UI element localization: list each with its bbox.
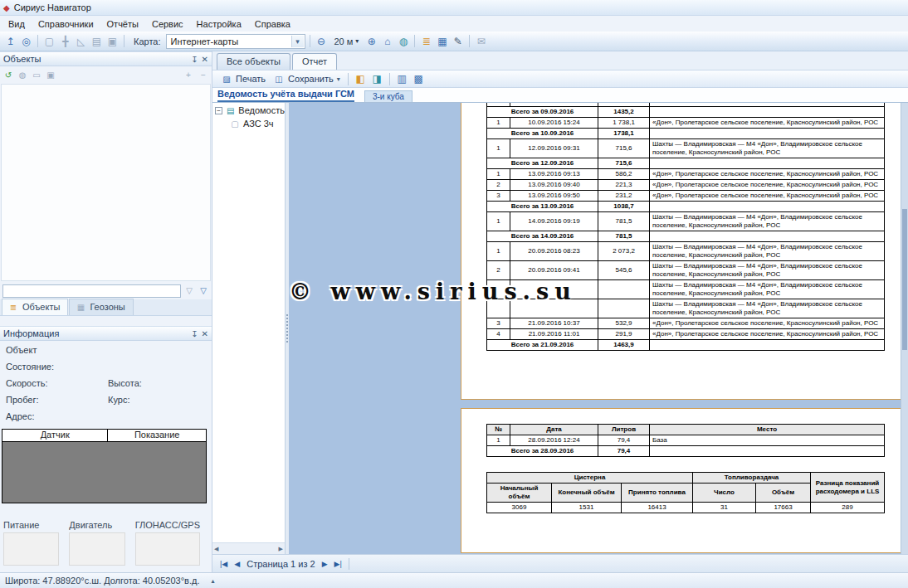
report-data-row: 220.09.2016 09:41545,6Шахты — Владимиров… <box>487 260 885 279</box>
count-header: Число <box>693 484 756 503</box>
list-icon[interactable]: ≣ <box>419 34 433 48</box>
pin-icon[interactable]: ↧ <box>191 55 198 64</box>
toolbar-separator <box>124 35 124 47</box>
first-page-button[interactable]: |◀ <box>220 560 227 568</box>
last-page-button[interactable]: ▶| <box>334 560 342 568</box>
power-group: Питание <box>3 520 59 570</box>
report-subtab[interactable]: 3-и куба <box>364 90 413 102</box>
refresh-icon[interactable]: ↺ <box>2 70 14 81</box>
collapse-all-icon[interactable]: − <box>198 70 209 81</box>
map-grid-icon[interactable]: ▦ <box>435 34 449 48</box>
report-vertical-scrollbar[interactable] <box>901 103 908 554</box>
scroll-left-icon[interactable]: ◀ <box>214 546 218 552</box>
filter-icon[interactable]: ▽ <box>183 285 195 297</box>
report-data-row: 112.09.2016 09:31715,6Шахты — Владимиров… <box>487 138 885 158</box>
message-icon[interactable]: ▭ <box>31 70 42 81</box>
page-navigation-bar: |◀ ◀ Страница 1 из 2 ▶ ▶| <box>212 554 908 572</box>
expand-all-icon[interactable]: + <box>183 70 194 81</box>
power-label: Питание <box>3 520 59 532</box>
pages-icon[interactable]: ▥ <box>395 72 409 86</box>
camera-icon[interactable]: ▣ <box>105 34 120 48</box>
tab-report[interactable]: Отчет <box>292 53 337 70</box>
report-header-strip: Ведомость учёта выдачи ГСМ 3-и куба <box>212 88 908 103</box>
report-page-1: РОСВсего за 09.09.20161435,2110.09.2016 … <box>461 103 906 400</box>
tab-objects[interactable]: ≣ Объекты <box>2 299 68 315</box>
scroll-right-icon[interactable]: ▶ <box>279 546 283 552</box>
report-data-row: 213.09.2016 09:40221,3«Дон», Пролетарско… <box>487 179 885 190</box>
toolbar-separator <box>469 35 470 47</box>
toolbar-separator <box>37 35 38 47</box>
info-fields: Объект Состояние: Скорость: Высота: Проб… <box>0 342 212 428</box>
summary-group-header-row: Цистерна Топливораздача Разница показани… <box>487 473 885 484</box>
pin-icon[interactable]: ↧ <box>191 329 198 338</box>
end-volume-value: 1531 <box>552 503 622 513</box>
pan-icon[interactable]: ╋ <box>58 34 72 48</box>
object-search-input[interactable] <box>2 284 181 298</box>
scrollbar-thumb[interactable] <box>902 209 907 350</box>
dispense-group-header: Топливораздача <box>693 473 811 484</box>
next-page-button[interactable]: ▶ <box>322 560 328 568</box>
pager-separator <box>349 558 349 570</box>
prev-page-button[interactable]: ◀ <box>234 560 240 568</box>
report-content: − ▤ Ведомость ▢ АЗС 3ч ◀ ▶ РО <box>212 103 908 554</box>
mail-icon[interactable]: ✉ <box>474 34 488 48</box>
watermark: © www.sirius.su <box>289 279 577 304</box>
objects-tree[interactable] <box>1 84 211 281</box>
nav-up-icon[interactable]: ↥ <box>3 34 17 48</box>
print-button[interactable]: ▨ Печать <box>218 72 268 85</box>
globe-icon[interactable]: ◍ <box>396 34 410 48</box>
globe-small-icon[interactable]: ◍ <box>17 70 28 81</box>
report-page-2: № Дата Литров Место 128.09.2016 12:2479,… <box>461 408 906 553</box>
tree-node-azs[interactable]: ▢ АЗС 3ч <box>212 116 285 129</box>
menu-nastroyka[interactable]: Настройка <box>190 17 248 31</box>
filter-clear-icon[interactable]: ▽ <box>198 285 209 297</box>
menu-spravochniki[interactable]: Справочники <box>32 17 100 31</box>
export-icon[interactable]: ◨ <box>370 72 384 86</box>
left-tab-strip: ≣ Объекты ▦ Геозоны <box>0 299 212 316</box>
map-select[interactable]: Интернет-карты ▾ <box>166 34 305 49</box>
tab-geozones-label: Геозоны <box>90 302 124 312</box>
camera-small-icon[interactable]: ▣ <box>45 70 56 81</box>
col-date: Дата <box>510 425 598 435</box>
report-toolbar: ▨ Печать ◫ Сохранить ▾ ◧ ◨ ▥ ▩ <box>212 70 908 88</box>
course-label: Курс: <box>108 395 129 405</box>
zoom-in-icon[interactable]: ⊕ <box>364 34 378 48</box>
tree-horizontal-scrollbar[interactable]: ◀ ▶ <box>212 542 285 554</box>
chevron-down-icon: ▾ <box>355 37 359 45</box>
tab-all-objects[interactable]: Все объекты <box>217 53 290 70</box>
toolbar-separator <box>310 35 310 47</box>
tree-node-vedomost[interactable]: − ▤ Ведомость <box>212 103 285 116</box>
home-icon[interactable]: ⌂ <box>380 34 394 48</box>
copy-icon[interactable]: ◧ <box>354 72 368 86</box>
status-menu-icon[interactable]: ▴ <box>211 577 214 585</box>
zoom-out-icon[interactable]: ⊖ <box>315 34 329 48</box>
search-icon[interactable]: ◎ <box>19 34 33 48</box>
menu-servis[interactable]: Сервис <box>145 17 190 31</box>
menu-otchety[interactable]: Отчёты <box>100 17 145 31</box>
edit-icon[interactable]: ✎ <box>451 34 465 48</box>
tree-collapse-icon[interactable]: − <box>215 107 222 114</box>
measure-icon[interactable]: ◺ <box>74 34 88 48</box>
report-total-row: Всего за 21.09.20161463,9 <box>487 339 885 350</box>
base-refuel-table: № Дата Литров Место 128.09.2016 12:2479,… <box>486 424 885 457</box>
report-view[interactable]: РОСВсего за 09.09.20161435,2110.09.2016 … <box>289 103 908 554</box>
print-preview-icon[interactable]: ▩ <box>412 72 426 86</box>
save-button[interactable]: ◫ Сохранить ▾ <box>271 72 343 85</box>
menu-spravka[interactable]: Справка <box>248 17 297 31</box>
menu-vid[interactable]: Вид <box>2 17 32 31</box>
height-label: Высота: <box>108 378 142 388</box>
gps-group: ГЛОНАСС/GPS <box>135 520 200 570</box>
zoom-select[interactable]: 20 м ▾ <box>330 34 364 49</box>
report-data-row: 421.09.2016 11:01291,9«Дон», Пролетарско… <box>487 328 885 339</box>
layers-icon[interactable]: ▤ <box>90 34 104 48</box>
close-icon[interactable]: ✕ <box>202 329 208 338</box>
close-icon[interactable]: ✕ <box>202 55 208 64</box>
main-toolbar: ↥ ◎ ▢ ╋ ◺ ▤ ▣ Карта: Интернет-карты ▾ ⊖ … <box>0 32 908 51</box>
coordinates-text: Широта: 47.88920°с.ш. Долгота: 40.05203°… <box>5 576 199 586</box>
app-window: ◆ Сириус Навигатор Вид Справочники Отчёт… <box>0 0 908 588</box>
objects-panel-header: Объекты ↧ ✕ <box>0 51 212 66</box>
select-rect-icon[interactable]: ▢ <box>42 34 56 48</box>
document-icon: ▢ <box>229 118 241 129</box>
map-select-value: Интернет-карты <box>171 36 239 46</box>
tab-geozones[interactable]: ▦ Геозоны <box>69 299 133 315</box>
